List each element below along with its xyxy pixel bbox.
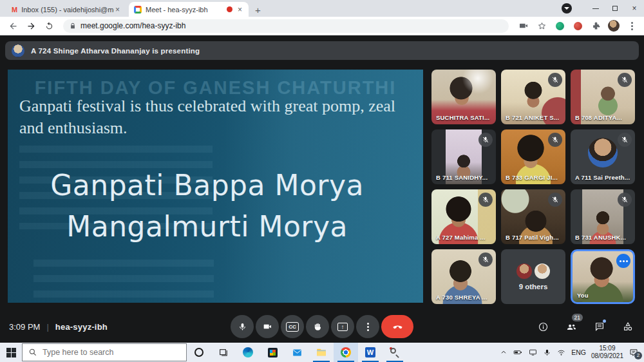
tab-meet[interactable]: Meet - hea-syyz-ibh × — [129, 2, 249, 17]
mic-off-icon — [548, 133, 562, 147]
display-icon[interactable] — [528, 348, 538, 357]
extension-red-icon[interactable] — [571, 19, 585, 33]
taskbar-search[interactable] — [22, 343, 187, 361]
file-explorer-button[interactable] — [309, 343, 334, 362]
participant-tile[interactable]: B 708 ADITYA... — [571, 70, 635, 124]
tab-search-icon[interactable] — [562, 3, 572, 14]
browser-menu-icon[interactable] — [625, 19, 639, 33]
end-call-button[interactable] — [381, 315, 413, 338]
wifi-icon[interactable] — [556, 348, 566, 357]
participant-name: B 711 SANIDHY... — [436, 174, 488, 181]
participant-name: B 708 ADITYA... — [575, 114, 622, 121]
cc-icon: CC — [286, 322, 299, 332]
meeting-details-button[interactable] — [536, 319, 550, 334]
windows-taskbar: W ENG 15:09 08/09/2021 — [0, 343, 644, 362]
participant-tile[interactable]: A 727 Mahima ... — [431, 189, 496, 244]
tile-options-icon[interactable] — [616, 254, 630, 268]
more-options-button[interactable] — [356, 315, 379, 338]
participant-name: B 733 GARGI JI... — [506, 174, 558, 181]
battery-icon[interactable] — [513, 348, 523, 357]
people-icon — [565, 321, 578, 333]
participant-tile[interactable]: B 717 Patil Vigh... — [501, 189, 565, 244]
clock[interactable]: 15:09 08/09/2021 — [591, 345, 623, 360]
language-indicator[interactable]: ENG — [571, 348, 586, 356]
others-count: 9 others — [519, 283, 548, 291]
self-view-tile[interactable]: You — [571, 249, 635, 304]
search-input[interactable] — [43, 348, 165, 357]
windows-logo-icon — [6, 348, 16, 357]
participant-tile[interactable]: A 730 SHREYA ... — [431, 249, 496, 304]
participant-tile[interactable]: B 711 SANIDHY... — [431, 129, 496, 184]
participant-name: B 721 ANIKET S... — [506, 114, 559, 121]
edge-button[interactable] — [236, 343, 260, 362]
videocam-icon — [262, 321, 272, 332]
close-button[interactable]: × — [625, 0, 644, 17]
activities-button[interactable] — [621, 319, 635, 334]
screen: M Inbox (155) - vaidehijoshi@mes.a × Mee… — [0, 0, 644, 362]
magnifier-icon — [390, 347, 400, 357]
mail-icon — [292, 347, 303, 358]
extensions-puzzle-icon[interactable] — [589, 19, 603, 33]
word-button[interactable]: W — [358, 343, 383, 362]
ghost-text — [33, 260, 214, 303]
participant-tile[interactable]: SUCHITRA SATI... — [431, 70, 496, 124]
task-view-icon — [218, 347, 229, 357]
chrome-button[interactable] — [334, 343, 358, 362]
participant-name: B 717 Patil Vigh... — [506, 234, 559, 241]
media-recording-indicator-icon — [227, 6, 232, 12]
back-button[interactable] — [5, 18, 21, 33]
chevron-up-icon[interactable] — [500, 348, 507, 356]
participant-tile[interactable]: B 733 GARGI JI... — [501, 129, 565, 184]
bookmark-star-icon[interactable] — [535, 19, 549, 33]
tab-close-icon[interactable]: × — [114, 5, 121, 14]
meet-control-bar: 3:09 PM | hea-syyz-ibh CC ↑ — [0, 312, 644, 341]
presenter-avatar — [12, 44, 24, 57]
gmail-icon: M — [12, 6, 17, 14]
reload-button[interactable] — [41, 18, 57, 33]
mail-button[interactable] — [285, 343, 309, 362]
captions-button[interactable]: CC — [281, 315, 304, 338]
meeting-info: 3:09 PM | hea-syyz-ibh — [9, 322, 108, 332]
overflow-avatars — [516, 263, 550, 279]
participant-tile[interactable]: B 721 ANIKET S... — [501, 70, 565, 124]
mic-off-icon — [478, 252, 493, 267]
participants-button[interactable]: 21 — [564, 319, 578, 334]
tray-mic-icon[interactable] — [543, 348, 551, 357]
tab-close-icon[interactable]: × — [236, 5, 243, 14]
notification-count-badge: 2 — [634, 352, 642, 359]
presentation-slide[interactable]: FIFTH DAY OF GANESH CHATURTHI Ganpati fe… — [8, 70, 423, 303]
profile-avatar[interactable] — [607, 19, 621, 33]
participant-tile[interactable]: A 711 Sai Preeth... — [571, 129, 635, 184]
camera-button[interactable] — [256, 315, 279, 338]
address-bar[interactable]: meet.google.com/hea-syyz-ibh — [63, 19, 509, 33]
browser-toolbar: meet.google.com/hea-syyz-ibh — [0, 17, 644, 35]
extension-green-icon[interactable] — [553, 19, 567, 33]
chat-button[interactable] — [592, 319, 607, 334]
participant-tile[interactable]: B 731 ANUSHK... — [571, 189, 635, 244]
task-view-button[interactable] — [211, 343, 236, 362]
new-tab-button[interactable]: + — [249, 5, 267, 17]
minimize-button[interactable] — [586, 0, 605, 17]
lock-icon — [70, 22, 76, 30]
meeting-panels: 21 — [536, 319, 635, 334]
tab-title: Inbox (155) - vaidehijoshi@mes.a — [21, 6, 114, 14]
word-icon: W — [365, 347, 375, 357]
tab-gmail[interactable]: M Inbox (155) - vaidehijoshi@mes.a × — [6, 2, 126, 17]
participant-grid: SUCHITRA SATI... B 721 ANIKET S... B 708… — [431, 70, 635, 304]
action-center-button[interactable]: 2 — [629, 348, 639, 357]
start-button[interactable] — [0, 343, 22, 362]
forward-button[interactable] — [23, 18, 39, 33]
store-button[interactable] — [260, 343, 285, 362]
overflow-participants-tile[interactable]: 9 others — [501, 249, 565, 304]
restore-button[interactable] — [605, 0, 625, 17]
tray-date: 08/09/2021 — [591, 352, 623, 359]
presenting-banner: A 724 Shinge Atharva Dhananjay is presen… — [5, 41, 639, 60]
mic-button[interactable] — [231, 315, 254, 338]
cortana-button[interactable] — [187, 343, 211, 362]
present-button[interactable]: ↑ — [331, 315, 354, 338]
raise-hand-button[interactable] — [306, 315, 329, 338]
magnifier-button[interactable] — [383, 343, 407, 362]
activities-icon — [622, 321, 634, 332]
tab-camera-indicator-icon[interactable] — [516, 19, 531, 33]
participant-name: B 731 ANUSHK... — [575, 234, 626, 241]
